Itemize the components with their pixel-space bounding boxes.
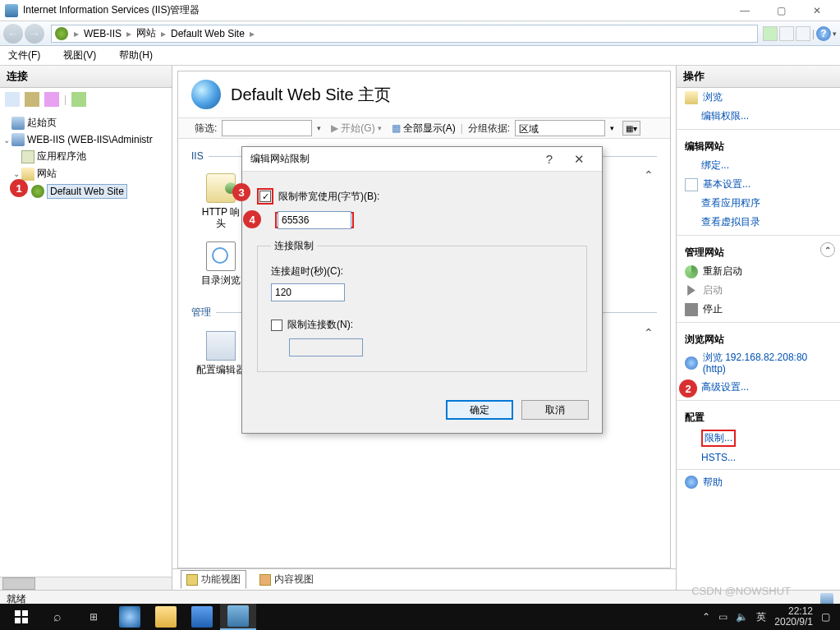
bandwidth-checkbox-highlight: ✓ — [257, 188, 273, 205]
collapse-iis-icon[interactable]: ⌃ — [644, 168, 654, 182]
tray-notifications-icon[interactable]: ▢ — [821, 611, 830, 623]
tray-volume-icon[interactable]: 🔈 — [736, 611, 748, 623]
grid-icon: ▦ — [392, 122, 401, 134]
minimize-button[interactable]: — — [727, 0, 763, 21]
nav-forward-button[interactable]: → — [25, 24, 44, 44]
filter-input[interactable] — [222, 120, 312, 136]
action-edit-permissions[interactable]: 编辑权限... — [677, 107, 840, 126]
collapse-mgmt-icon[interactable]: ⌃ — [644, 326, 654, 339]
dialog-help-button[interactable]: ? — [535, 152, 564, 166]
start-button[interactable] — [3, 604, 39, 630]
help-dropdown-icon[interactable]: ▾ — [833, 30, 837, 38]
tray-clock[interactable]: 22:122020/9/1 — [774, 606, 813, 628]
bandwidth-input-highlight — [275, 212, 354, 228]
action-stop[interactable]: 停止 — [677, 300, 840, 319]
stop-icon — [685, 303, 698, 316]
action-advanced-settings[interactable]: 高级设置... — [677, 378, 840, 397]
group-mgmt-label: 管理 — [191, 306, 216, 320]
sites-icon[interactable] — [71, 92, 86, 107]
actions-section-edit-site: 编辑网站 — [677, 133, 840, 156]
maximize-button[interactable]: ▢ — [763, 0, 799, 21]
nav-back-button[interactable]: ← — [3, 24, 23, 44]
menu-view[interactable]: 视图(V) — [58, 46, 101, 65]
svg-rect-1 — [22, 610, 28, 616]
connections-tree[interactable]: 起始页 ⌄WEB-IIS (WEB-IIS\Administr 应用程序池 ⌄网… — [0, 111, 172, 577]
dialog-close-button[interactable]: ✕ — [564, 152, 594, 167]
tree-app-pools[interactable]: 应用程序池 — [2, 148, 170, 165]
bandwidth-checkbox[interactable]: ✓ — [259, 191, 271, 202]
task-view-icon[interactable]: ⊞ — [76, 604, 112, 630]
menu-help[interactable]: 帮助(H) — [114, 46, 158, 65]
site-icon — [191, 80, 221, 109]
go-button[interactable]: ▶开始(G)▾ — [326, 122, 386, 136]
collapse-icon[interactable]: ⌃ — [820, 242, 835, 257]
menu-file[interactable]: 文件(F) — [3, 46, 45, 65]
actions-header: 操作 — [677, 66, 840, 88]
save-icon[interactable] — [25, 92, 39, 107]
action-limits[interactable]: 限制... — [677, 427, 840, 449]
tray-up-icon[interactable]: ⌃ — [702, 611, 710, 623]
taskbar-iis[interactable] — [220, 604, 256, 630]
action-bindings[interactable]: 绑定... — [677, 156, 840, 175]
bandwidth-input[interactable] — [278, 211, 351, 229]
help-icon[interactable]: ? — [816, 26, 831, 41]
tree-server[interactable]: ⌄WEB-IIS (WEB-IIS\Administr — [2, 131, 170, 148]
connections-pane: 连接 | 起始页 ⌄WEB-IIS (WEB-IIS\Administr 应用程… — [0, 66, 172, 590]
bandwidth-label: 限制带宽使用(字节)(B): — [278, 190, 379, 204]
home-icon[interactable] — [796, 26, 810, 41]
group-iis-label: IIS — [191, 150, 209, 162]
breadcrumb[interactable]: ▸ WEB-IIS▸ 网站▸ Default Web Site▸ — [51, 25, 758, 43]
taskbar-ie[interactable] — [112, 604, 148, 630]
close-button[interactable]: ✕ — [799, 0, 835, 21]
tree-start[interactable]: 起始页 — [2, 114, 170, 131]
filter-dropdown-icon[interactable]: ▾ — [317, 124, 321, 132]
taskbar-explorer[interactable] — [148, 604, 184, 630]
connections-header: 连接 — [0, 66, 172, 88]
refresh-icon[interactable] — [763, 26, 778, 41]
action-view-vdirs[interactable]: 查看虚拟目录 — [677, 213, 840, 232]
action-browse-url[interactable]: 浏览 192.168.82.208:80 (http) — [677, 349, 840, 378]
tab-feature-view[interactable]: 功能视图 — [181, 570, 246, 589]
taskbar-search-icon[interactable]: ⌕ — [39, 604, 76, 630]
folder-icon — [155, 606, 177, 628]
crumb-server[interactable]: WEB-IIS — [84, 28, 122, 39]
groupby-label: 分组依据: — [468, 122, 510, 136]
groupby-dropdown-icon[interactable]: ▾ — [610, 124, 614, 132]
app-icon — [5, 4, 18, 17]
edit-site-limits-dialog: 编辑网站限制 ? ✕ ✓ 限制带宽使用(字节)(B): 连接限制 连接超时(秒)… — [241, 146, 603, 434]
limit-connections-checkbox[interactable] — [271, 320, 282, 331]
actions-pane: 操作 浏览 编辑权限... 编辑网站 绑定... 基本设置... 查看应用程序 … — [676, 66, 840, 590]
crumb-site[interactable]: Default Web Site — [171, 28, 245, 39]
delete-icon[interactable] — [44, 92, 59, 107]
stop-icon[interactable] — [779, 26, 794, 41]
window-title: Internet Information Services (IIS)管理器 — [23, 3, 727, 17]
view-mode-button[interactable]: ▦▾ — [622, 121, 640, 136]
system-tray[interactable]: ⌃ ▭ 🔈 英 22:122020/9/1 ▢ — [702, 606, 837, 628]
connections-toolbar: | — [0, 88, 172, 111]
tray-ime[interactable]: 英 — [756, 610, 766, 624]
browser-icon — [685, 356, 698, 370]
ok-button[interactable]: 确定 — [446, 400, 513, 420]
action-hsts[interactable]: HSTS... — [677, 449, 840, 466]
restart-icon — [685, 265, 698, 278]
connect-icon[interactable] — [5, 92, 20, 107]
action-basic-settings[interactable]: 基本设置... — [677, 175, 840, 194]
timeout-input[interactable] — [271, 283, 345, 301]
groupby-select[interactable]: 区域 — [515, 120, 605, 136]
action-view-apps[interactable]: 查看应用程序 — [677, 194, 840, 213]
crumb-sites[interactable]: 网站 — [136, 26, 156, 40]
tree-sites[interactable]: ⌄网站 — [2, 165, 170, 182]
actions-section-config: 配置 — [677, 404, 840, 427]
window-titlebar: Internet Information Services (IIS)管理器 —… — [0, 0, 840, 21]
taskbar-store[interactable] — [184, 604, 220, 630]
cancel-button[interactable]: 取消 — [521, 400, 589, 420]
show-all-button[interactable]: ▦全部显示(A) — [392, 122, 456, 136]
tab-content-view[interactable]: 内容视图 — [255, 571, 319, 588]
action-browse[interactable]: 浏览 — [677, 88, 840, 107]
action-start[interactable]: 启动 — [677, 281, 840, 300]
connections-input — [289, 338, 363, 356]
left-scrollbar[interactable] — [0, 577, 172, 590]
tray-network-icon[interactable]: ▭ — [718, 611, 728, 623]
action-help[interactable]: 帮助 — [677, 473, 840, 492]
action-restart[interactable]: 重新启动 — [677, 262, 840, 281]
